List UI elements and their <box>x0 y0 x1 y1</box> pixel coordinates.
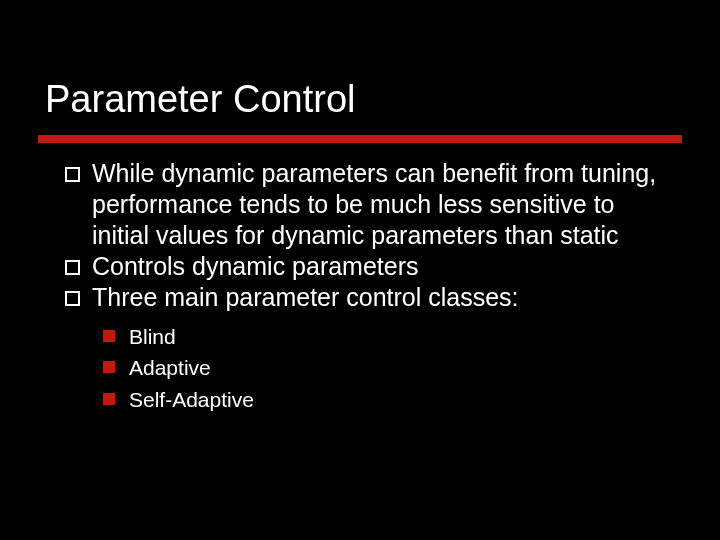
bullet-text: While dynamic parameters can benefit fro… <box>92 158 665 251</box>
sub-bullet-item: Adaptive <box>103 354 665 381</box>
sublist: Blind Adaptive Self-Adaptive <box>103 323 665 413</box>
slide-title: Parameter Control <box>45 78 355 121</box>
hollow-square-icon <box>65 291 80 306</box>
sub-bullet-item: Blind <box>103 323 665 350</box>
bullet-text: Controls dynamic parameters <box>92 251 419 282</box>
hollow-square-icon <box>65 167 80 182</box>
filled-square-icon <box>103 330 115 342</box>
sub-bullet-text: Adaptive <box>129 354 211 381</box>
bullet-item: Three main parameter control classes: <box>65 282 665 313</box>
hollow-square-icon <box>65 260 80 275</box>
filled-square-icon <box>103 361 115 373</box>
sub-bullet-text: Blind <box>129 323 176 350</box>
bullet-text: Three main parameter control classes: <box>92 282 519 313</box>
sub-bullet-text: Self-Adaptive <box>129 386 254 413</box>
slide: Parameter Control While dynamic paramete… <box>0 0 720 540</box>
title-underline <box>38 135 682 143</box>
bullet-item: Controls dynamic parameters <box>65 251 665 282</box>
bullet-item: While dynamic parameters can benefit fro… <box>65 158 665 251</box>
filled-square-icon <box>103 393 115 405</box>
sub-bullet-item: Self-Adaptive <box>103 386 665 413</box>
slide-body: While dynamic parameters can benefit fro… <box>65 158 665 417</box>
